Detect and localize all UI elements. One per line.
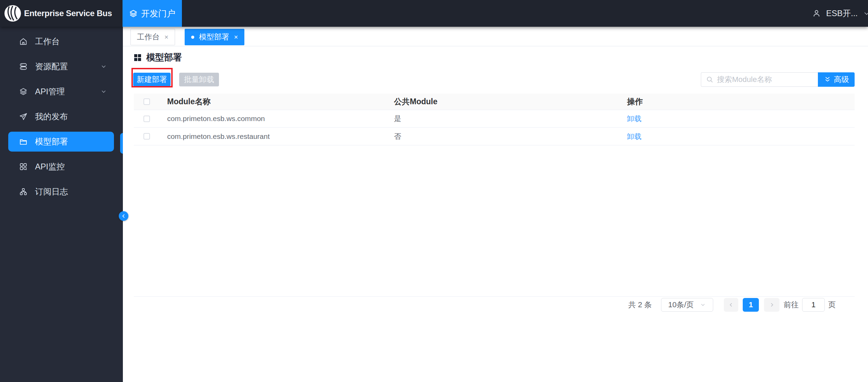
col-header-module-name: Module名称	[167, 96, 394, 107]
active-dot	[191, 36, 194, 39]
home-icon	[19, 37, 27, 46]
sidebar-item-api-monitor[interactable]: API监控	[8, 157, 114, 177]
table-header-row: Module名称 公共Module 操作	[134, 94, 855, 110]
user-name: ESB开...	[826, 8, 858, 19]
chevron-down-icon	[100, 63, 107, 70]
col-header-action: 操作	[627, 96, 855, 107]
col-header-public-module: 公共Module	[394, 96, 627, 107]
sidebar-item-api-management[interactable]: API管理	[8, 82, 114, 102]
share-icon	[19, 188, 27, 196]
sidebar: 工作台 资源配置 API管理	[0, 27, 123, 382]
pagination: 共 2 条 10条/页 1 前往 页	[628, 298, 836, 312]
tab-workbench[interactable]: 工作台 ×	[130, 29, 175, 45]
close-icon[interactable]: ×	[164, 34, 169, 40]
select-all-checkbox[interactable]	[143, 98, 150, 105]
nav-dev-portal-label: 开发门户	[141, 8, 175, 19]
sidebar-item-label: 工作台	[35, 36, 60, 47]
search-icon	[706, 76, 714, 83]
goto-label: 前往	[784, 300, 799, 310]
table-row: com.primeton.esb.ws.restaurant 否 卸载	[134, 128, 855, 145]
total-count: 共 2 条	[628, 300, 652, 310]
advanced-label: 高级	[834, 74, 849, 85]
sidebar-item-label: 订阅日志	[35, 186, 68, 197]
cell-public-module: 是	[394, 114, 627, 123]
goto-page-input[interactable]	[802, 298, 825, 312]
monitor-icon	[19, 163, 27, 171]
unload-link[interactable]: 卸载	[627, 132, 641, 140]
table-bottom-divider	[134, 296, 855, 297]
sidebar-item-my-publish[interactable]: 我的发布	[8, 107, 114, 127]
main-content: 工作台 × 模型部署 × 模型部署 新建部署 批量卸载	[123, 27, 868, 382]
sidebar-item-label: 我的发布	[35, 111, 68, 122]
chevron-right-icon	[769, 302, 775, 308]
active-item-edge-indicator	[120, 133, 123, 154]
sidebar-item-label: 资源配置	[35, 61, 68, 72]
sidebar-item-subscription-log[interactable]: 订阅日志	[8, 182, 114, 202]
sidebar-item-resources[interactable]: 资源配置	[8, 57, 114, 76]
chevron-left-icon	[728, 302, 734, 308]
tab-model-deploy[interactable]: 模型部署 ×	[185, 29, 245, 45]
tab-label: 模型部署	[199, 32, 229, 42]
row-checkbox[interactable]	[143, 116, 150, 122]
search-input[interactable]	[717, 75, 813, 84]
sidebar-item-workbench[interactable]: 工作台	[8, 32, 114, 51]
sidebar-item-label: API监控	[35, 161, 65, 172]
topbar: Enterprise Service Bus 开发门户 ESB开...	[0, 0, 868, 27]
cell-module-name: com.primeton.esb.ws.common	[167, 115, 394, 123]
page-unit-label: 页	[828, 300, 836, 310]
folder-icon	[19, 138, 27, 146]
prev-page-button[interactable]	[724, 298, 738, 312]
sidebar-collapse-button[interactable]	[119, 211, 128, 221]
close-icon[interactable]: ×	[234, 34, 238, 40]
tab-label: 工作台	[137, 32, 160, 42]
user-menu[interactable]: ESB开...	[812, 0, 868, 27]
search-group: 高级	[701, 72, 855, 87]
cell-public-module: 否	[394, 132, 627, 141]
chevron-down-icon	[700, 302, 706, 308]
user-icon	[812, 9, 821, 17]
table-row: com.primeton.esb.ws.common 是 卸载	[134, 110, 855, 128]
double-chevron-down-icon	[824, 76, 831, 83]
next-page-button[interactable]	[764, 298, 779, 312]
page-size-value: 10条/页	[668, 300, 694, 310]
page-size-select[interactable]: 10条/页	[661, 298, 713, 312]
sidebar-item-label: 模型部署	[35, 136, 68, 147]
app-window: Enterprise Service Bus 开发门户 ESB开...	[0, 0, 868, 382]
page-title: 模型部署	[146, 51, 182, 63]
advanced-search-button[interactable]: 高级	[818, 72, 855, 87]
module-table: Module名称 公共Module 操作 com.primeton.esb.ws…	[134, 94, 855, 145]
new-deploy-button[interactable]: 新建部署	[133, 73, 171, 86]
chevron-down-icon	[863, 10, 868, 17]
current-page-button[interactable]: 1	[743, 298, 759, 312]
chevron-left-icon	[121, 214, 126, 218]
chevron-down-icon	[100, 88, 107, 95]
brand-title: Enterprise Service Bus	[24, 0, 112, 27]
send-icon	[19, 112, 27, 121]
page-header: 模型部署	[134, 51, 182, 63]
nav-dev-portal[interactable]: 开发门户	[123, 0, 182, 27]
batch-unload-button[interactable]: 批量卸载	[179, 73, 219, 86]
tab-bar: 工作台 × 模型部署 ×	[123, 27, 868, 46]
unload-link[interactable]: 卸载	[627, 115, 641, 122]
row-checkbox[interactable]	[143, 133, 150, 140]
layers-icon	[129, 9, 138, 18]
search-box	[701, 72, 818, 87]
resources-icon	[19, 62, 27, 71]
cell-module-name: com.primeton.esb.ws.restaurant	[167, 132, 394, 141]
sidebar-item-model-deploy[interactable]: 模型部署	[8, 132, 114, 152]
brand-logo	[4, 5, 21, 22]
grid-icon	[134, 54, 141, 61]
sidebar-item-label: API管理	[35, 86, 65, 97]
layers-icon	[19, 87, 27, 96]
